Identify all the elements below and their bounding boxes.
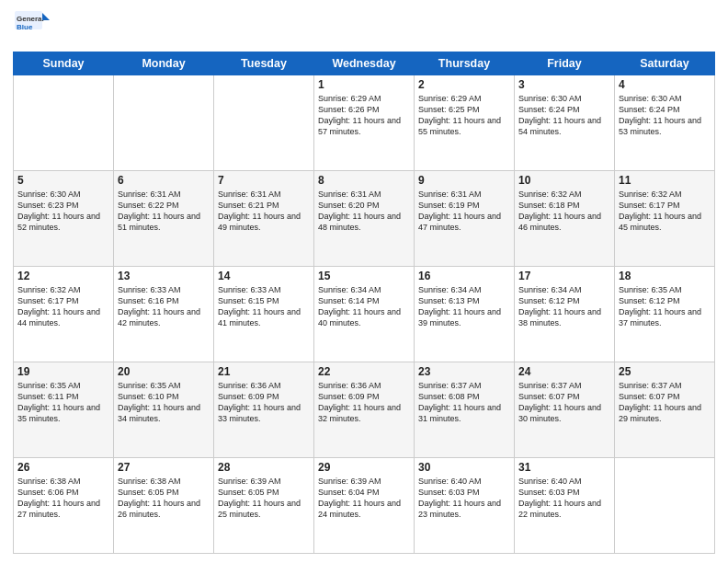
weekday-header: Sunday bbox=[14, 52, 114, 75]
calendar-cell bbox=[14, 75, 114, 171]
calendar-week-row: 1Sunrise: 6:29 AMSunset: 6:26 PMDaylight… bbox=[14, 75, 715, 171]
cell-info: Sunrise: 6:38 AMSunset: 6:05 PMDaylight:… bbox=[118, 476, 210, 521]
calendar-cell: 16Sunrise: 6:34 AMSunset: 6:13 PMDayligh… bbox=[415, 267, 515, 362]
weekday-header: Wednesday bbox=[314, 52, 415, 75]
weekday-header-row: SundayMondayTuesdayWednesdayThursdayFrid… bbox=[14, 52, 715, 75]
cell-info: Sunrise: 6:31 AMSunset: 6:20 PMDaylight:… bbox=[318, 189, 410, 234]
calendar-cell: 11Sunrise: 6:32 AMSunset: 6:17 PMDayligh… bbox=[615, 171, 715, 267]
day-number: 11 bbox=[619, 174, 711, 187]
cell-info: Sunrise: 6:30 AMSunset: 6:24 PMDaylight:… bbox=[518, 93, 610, 138]
day-number: 20 bbox=[118, 365, 210, 378]
page-header: General Blue bbox=[13, 9, 715, 46]
day-number: 30 bbox=[418, 461, 510, 474]
cell-info: Sunrise: 6:32 AMSunset: 6:17 PMDaylight:… bbox=[619, 189, 711, 234]
calendar-cell: 22Sunrise: 6:36 AMSunset: 6:09 PMDayligh… bbox=[314, 362, 415, 458]
calendar-cell: 7Sunrise: 6:31 AMSunset: 6:21 PMDaylight… bbox=[214, 171, 314, 267]
cell-info: Sunrise: 6:34 AMSunset: 6:13 PMDaylight:… bbox=[418, 284, 510, 329]
cell-info: Sunrise: 6:39 AMSunset: 6:04 PMDaylight:… bbox=[318, 476, 410, 521]
calendar-cell: 18Sunrise: 6:35 AMSunset: 6:12 PMDayligh… bbox=[615, 267, 715, 362]
day-number: 26 bbox=[17, 461, 109, 474]
day-number: 13 bbox=[118, 270, 210, 282]
calendar-cell: 23Sunrise: 6:37 AMSunset: 6:08 PMDayligh… bbox=[415, 362, 515, 458]
weekday-header: Tuesday bbox=[214, 52, 314, 75]
calendar-cell: 25Sunrise: 6:37 AMSunset: 6:07 PMDayligh… bbox=[615, 362, 715, 458]
cell-info: Sunrise: 6:36 AMSunset: 6:09 PMDaylight:… bbox=[218, 380, 310, 425]
svg-text:General: General bbox=[17, 15, 44, 23]
day-number: 17 bbox=[518, 270, 610, 282]
day-number: 23 bbox=[418, 365, 510, 378]
day-number: 7 bbox=[218, 174, 310, 187]
day-number: 9 bbox=[418, 174, 510, 187]
cell-info: Sunrise: 6:34 AMSunset: 6:14 PMDaylight:… bbox=[318, 284, 410, 329]
cell-info: Sunrise: 6:30 AMSunset: 6:23 PMDaylight:… bbox=[17, 189, 109, 234]
cell-info: Sunrise: 6:29 AMSunset: 6:25 PMDaylight:… bbox=[418, 93, 510, 138]
cell-info: Sunrise: 6:30 AMSunset: 6:24 PMDaylight:… bbox=[619, 93, 711, 138]
day-number: 3 bbox=[518, 78, 610, 91]
day-number: 2 bbox=[418, 78, 510, 91]
logo-svg: General Blue bbox=[13, 9, 50, 46]
calendar-cell: 8Sunrise: 6:31 AMSunset: 6:20 PMDaylight… bbox=[314, 171, 415, 267]
calendar-cell: 28Sunrise: 6:39 AMSunset: 6:05 PMDayligh… bbox=[214, 458, 314, 554]
day-number: 24 bbox=[518, 365, 610, 378]
calendar-cell: 6Sunrise: 6:31 AMSunset: 6:22 PMDaylight… bbox=[114, 171, 214, 267]
cell-info: Sunrise: 6:32 AMSunset: 6:17 PMDaylight:… bbox=[17, 284, 109, 329]
calendar-cell: 10Sunrise: 6:32 AMSunset: 6:18 PMDayligh… bbox=[515, 171, 615, 267]
svg-text:Blue: Blue bbox=[17, 23, 33, 31]
day-number: 31 bbox=[518, 461, 610, 474]
calendar-cell: 15Sunrise: 6:34 AMSunset: 6:14 PMDayligh… bbox=[314, 267, 415, 362]
day-number: 10 bbox=[518, 174, 610, 187]
day-number: 19 bbox=[17, 365, 109, 378]
cell-info: Sunrise: 6:37 AMSunset: 6:07 PMDaylight:… bbox=[518, 380, 610, 425]
cell-info: Sunrise: 6:35 AMSunset: 6:12 PMDaylight:… bbox=[619, 284, 711, 329]
weekday-header: Monday bbox=[114, 52, 214, 75]
weekday-header: Thursday bbox=[415, 52, 515, 75]
calendar-cell: 20Sunrise: 6:35 AMSunset: 6:10 PMDayligh… bbox=[114, 362, 214, 458]
calendar-cell: 30Sunrise: 6:40 AMSunset: 6:03 PMDayligh… bbox=[415, 458, 515, 554]
cell-info: Sunrise: 6:33 AMSunset: 6:15 PMDaylight:… bbox=[218, 284, 310, 329]
calendar-cell: 29Sunrise: 6:39 AMSunset: 6:04 PMDayligh… bbox=[314, 458, 415, 554]
cell-info: Sunrise: 6:32 AMSunset: 6:18 PMDaylight:… bbox=[518, 189, 610, 234]
day-number: 18 bbox=[619, 270, 711, 282]
day-number: 6 bbox=[118, 174, 210, 187]
calendar-cell bbox=[214, 75, 314, 171]
calendar-cell: 4Sunrise: 6:30 AMSunset: 6:24 PMDaylight… bbox=[615, 75, 715, 171]
cell-info: Sunrise: 6:35 AMSunset: 6:10 PMDaylight:… bbox=[118, 380, 210, 425]
calendar-cell: 27Sunrise: 6:38 AMSunset: 6:05 PMDayligh… bbox=[114, 458, 214, 554]
calendar-cell bbox=[615, 458, 715, 554]
calendar-cell: 1Sunrise: 6:29 AMSunset: 6:26 PMDaylight… bbox=[314, 75, 415, 171]
calendar-week-row: 12Sunrise: 6:32 AMSunset: 6:17 PMDayligh… bbox=[14, 267, 715, 362]
cell-info: Sunrise: 6:31 AMSunset: 6:22 PMDaylight:… bbox=[118, 189, 210, 234]
cell-info: Sunrise: 6:37 AMSunset: 6:08 PMDaylight:… bbox=[418, 380, 510, 425]
cell-info: Sunrise: 6:29 AMSunset: 6:26 PMDaylight:… bbox=[318, 93, 410, 138]
day-number: 16 bbox=[418, 270, 510, 282]
calendar-week-row: 19Sunrise: 6:35 AMSunset: 6:11 PMDayligh… bbox=[14, 362, 715, 458]
cell-info: Sunrise: 6:39 AMSunset: 6:05 PMDaylight:… bbox=[218, 476, 310, 521]
calendar-table: SundayMondayTuesdayWednesdayThursdayFrid… bbox=[13, 52, 715, 554]
cell-info: Sunrise: 6:38 AMSunset: 6:06 PMDaylight:… bbox=[17, 476, 109, 521]
calendar-cell: 26Sunrise: 6:38 AMSunset: 6:06 PMDayligh… bbox=[14, 458, 114, 554]
calendar-cell: 9Sunrise: 6:31 AMSunset: 6:19 PMDaylight… bbox=[415, 171, 515, 267]
calendar-cell: 17Sunrise: 6:34 AMSunset: 6:12 PMDayligh… bbox=[515, 267, 615, 362]
day-number: 27 bbox=[118, 461, 210, 474]
cell-info: Sunrise: 6:37 AMSunset: 6:07 PMDaylight:… bbox=[619, 380, 711, 425]
cell-info: Sunrise: 6:31 AMSunset: 6:21 PMDaylight:… bbox=[218, 189, 310, 234]
calendar-cell: 31Sunrise: 6:40 AMSunset: 6:03 PMDayligh… bbox=[515, 458, 615, 554]
calendar-cell: 21Sunrise: 6:36 AMSunset: 6:09 PMDayligh… bbox=[214, 362, 314, 458]
day-number: 29 bbox=[318, 461, 410, 474]
day-number: 5 bbox=[17, 174, 109, 187]
calendar-cell: 13Sunrise: 6:33 AMSunset: 6:16 PMDayligh… bbox=[114, 267, 214, 362]
calendar-cell: 5Sunrise: 6:30 AMSunset: 6:23 PMDaylight… bbox=[14, 171, 114, 267]
day-number: 25 bbox=[619, 365, 711, 378]
cell-info: Sunrise: 6:36 AMSunset: 6:09 PMDaylight:… bbox=[318, 380, 410, 425]
day-number: 21 bbox=[218, 365, 310, 378]
calendar-cell: 14Sunrise: 6:33 AMSunset: 6:15 PMDayligh… bbox=[214, 267, 314, 362]
calendar-cell: 24Sunrise: 6:37 AMSunset: 6:07 PMDayligh… bbox=[515, 362, 615, 458]
calendar-cell bbox=[114, 75, 214, 171]
calendar-cell: 2Sunrise: 6:29 AMSunset: 6:25 PMDaylight… bbox=[415, 75, 515, 171]
day-number: 28 bbox=[218, 461, 310, 474]
day-number: 8 bbox=[318, 174, 410, 187]
cell-info: Sunrise: 6:40 AMSunset: 6:03 PMDaylight:… bbox=[418, 476, 510, 521]
cell-info: Sunrise: 6:40 AMSunset: 6:03 PMDaylight:… bbox=[518, 476, 610, 521]
weekday-header: Friday bbox=[515, 52, 615, 75]
cell-info: Sunrise: 6:33 AMSunset: 6:16 PMDaylight:… bbox=[118, 284, 210, 329]
